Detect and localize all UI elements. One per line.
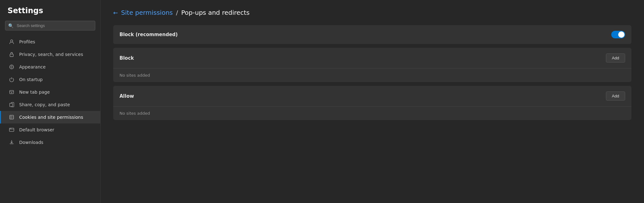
settings-title: Settings — [0, 6, 100, 21]
toggle-track[interactable] — [611, 31, 625, 38]
share-icon — [8, 102, 15, 108]
profiles-icon — [8, 39, 15, 45]
new-tab-icon — [8, 89, 15, 95]
sidebar-item-cookies[interactable]: Cookies and site permissions — [0, 111, 100, 123]
block-recommended-title: Block (recommended) — [119, 32, 178, 37]
default-browser-icon — [8, 127, 15, 133]
search-box: 🔍 — [5, 21, 95, 30]
sidebar-item-default-browser-label: Default browser — [19, 127, 54, 132]
downloads-icon — [8, 139, 15, 145]
svg-rect-1 — [10, 54, 14, 57]
svg-rect-5 — [10, 115, 14, 119]
sidebar-item-default-browser[interactable]: Default browser — [0, 123, 100, 136]
block-recommended-header: Block (recommended) — [113, 25, 631, 44]
allow-no-sites: No sites added — [119, 111, 150, 116]
sidebar-item-new-tab[interactable]: New tab page — [0, 86, 100, 98]
sidebar-item-appearance[interactable]: Appearance — [0, 61, 100, 73]
svg-point-10 — [10, 129, 11, 129]
search-input[interactable] — [5, 21, 95, 30]
sidebar-item-downloads[interactable]: Downloads — [0, 136, 100, 149]
main-content: ← Site permissions / Pop-ups and redirec… — [101, 0, 644, 203]
sidebar-item-new-tab-label: New tab page — [19, 90, 50, 95]
block-title: Block — [119, 55, 134, 61]
cookies-icon — [8, 114, 15, 120]
block-card: Block Add No sites added — [113, 48, 631, 82]
breadcrumb-separator: / — [176, 9, 178, 16]
breadcrumb-link[interactable]: Site permissions — [121, 9, 173, 16]
sidebar-item-privacy[interactable]: Privacy, search, and services — [0, 48, 100, 61]
block-recommended-card: Block (recommended) — [113, 25, 631, 44]
sidebar-item-downloads-label: Downloads — [19, 140, 43, 145]
sidebar-item-cookies-label: Cookies and site permissions — [19, 115, 83, 120]
allow-empty-message: No sites added — [113, 106, 631, 120]
breadcrumb: ← Site permissions / Pop-ups and redirec… — [113, 9, 631, 16]
sidebar-item-privacy-label: Privacy, search, and services — [19, 52, 83, 57]
on-startup-icon — [8, 76, 15, 83]
appearance-icon — [8, 64, 15, 70]
block-no-sites: No sites added — [119, 73, 150, 78]
sidebar-item-appearance-label: Appearance — [19, 64, 46, 69]
svg-point-0 — [10, 40, 13, 42]
svg-point-11 — [11, 129, 11, 129]
breadcrumb-current: Pop-ups and redirects — [181, 9, 249, 16]
sidebar-item-share-copy-label: Share, copy, and paste — [19, 102, 70, 107]
privacy-icon — [8, 51, 15, 58]
sidebar: Settings 🔍 Profiles Privacy, sear — [0, 0, 101, 203]
sidebar-item-profiles[interactable]: Profiles — [0, 36, 100, 48]
block-recommended-toggle[interactable] — [611, 31, 625, 38]
allow-title: Allow — [119, 93, 134, 99]
back-button[interactable]: ← — [113, 9, 118, 16]
allow-header: Allow Add — [113, 86, 631, 106]
nav-items: Profiles Privacy, search, and services A… — [0, 36, 100, 203]
block-header: Block Add — [113, 48, 631, 68]
block-add-button[interactable]: Add — [606, 53, 625, 63]
allow-card: Allow Add No sites added — [113, 86, 631, 120]
svg-rect-4 — [10, 103, 13, 107]
allow-add-button[interactable]: Add — [606, 91, 625, 101]
sidebar-item-profiles-label: Profiles — [19, 39, 35, 44]
toggle-thumb — [618, 31, 625, 38]
block-empty-message: No sites added — [113, 68, 631, 82]
sidebar-item-share-copy[interactable]: Share, copy, and paste — [0, 98, 100, 111]
sidebar-item-on-startup-label: On startup — [19, 77, 43, 82]
sidebar-item-on-startup[interactable]: On startup — [0, 73, 100, 86]
